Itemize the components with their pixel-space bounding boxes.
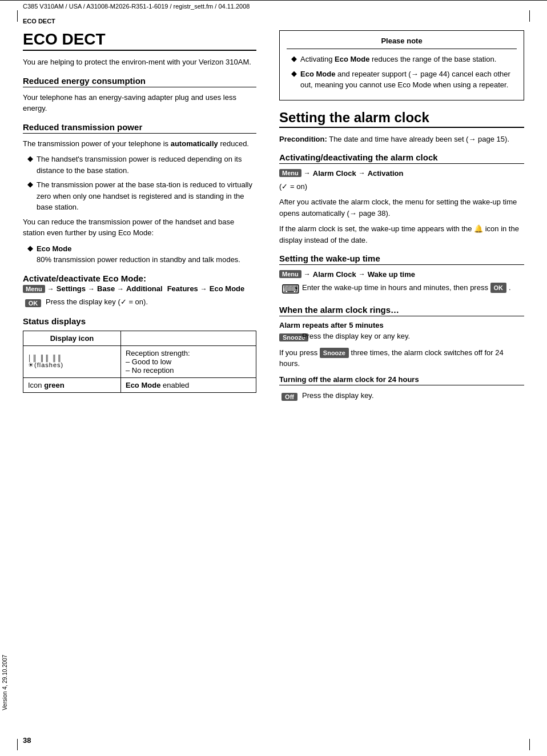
note-text1: Activating Eco Mode reduces the range of… (300, 54, 496, 65)
signal-icons: │║ ║║ ║║ ☀(flashes) (28, 355, 116, 369)
activation-label: Activation (368, 169, 404, 178)
snooze-icon: Snooze (279, 331, 302, 343)
snooze-note: If you press Snooze three times, the ala… (279, 347, 524, 369)
off-instruction-row: Off Press the display key. (279, 390, 524, 402)
section2-intro2: You can reduce the transmission power of… (23, 216, 256, 239)
activation-body1: After you activate the alarm clock, the … (279, 196, 524, 219)
section2-body: The transmission power of your telephone… (23, 138, 256, 150)
eco-mode-desc: 80% transmission power reduction in stan… (37, 255, 240, 264)
wakeup-title: Setting the wake-up time (279, 254, 524, 263)
reception-detail: – Good to low– No reception (126, 357, 174, 375)
heading-rule (23, 50, 256, 51)
check-note: (✓ = on) (279, 181, 524, 192)
bullet2: ◆ The transmission power at the base sta… (23, 179, 256, 213)
activating-title: Activating/deactivating the alarm clock (279, 152, 524, 162)
intro-text: You are helping to protect the environ-m… (23, 57, 256, 68)
turnoff-title: Turning off the alarm clock for 24 hours (279, 375, 524, 384)
note-text2: Eco Mode and repeater support (→ page 44… (300, 69, 517, 91)
content-area: ECO DECT You are helping to protect the … (0, 30, 547, 407)
snooze-instruction-row: Snooze Press the display key or any key. (279, 331, 524, 343)
section1-body: Your telephone has an energy-saving adap… (23, 92, 256, 114)
diamond-icon-3: ◆ (27, 244, 33, 252)
alarm-menu-box: Menu (279, 169, 301, 177)
section-label: ECO DECT (0, 12, 547, 25)
eco-enabled-text: Eco Mode (126, 381, 160, 389)
signal-icons-cell: │║ ║║ ║║ ☀(flashes) (23, 346, 121, 378)
reception-label: Reception strength: (126, 349, 190, 357)
left-column: ECO DECT You are helping to protect the … (23, 30, 274, 407)
wakeup-alarm-label: Alarm Clock (313, 270, 356, 279)
status-title: Status displays (23, 316, 256, 326)
section1-title: Reduced energy consumption (23, 76, 256, 86)
diamond-icon: ◆ (27, 154, 33, 163)
note-diamond2: ◆ (291, 69, 297, 78)
icon-green-label: green (44, 381, 64, 389)
eco-mode-path-label: Eco Mode (210, 284, 244, 293)
wakeup-menu-box: Menu (279, 270, 301, 278)
ok-icon: OK (23, 296, 46, 308)
eco-mode-label: Eco Mode (37, 244, 71, 253)
signal-flash: ☀(flashes) (28, 361, 63, 368)
corner-tr (526, 10, 530, 22)
table-row-2: Icon green Eco Mode enabled (23, 378, 256, 393)
activation-body2: If the alarm clock is set, the wake-up t… (279, 223, 524, 246)
alarm-menu-path: Menu → Alarm Clock → Activation (279, 169, 403, 178)
eco-enabled-cell: Eco Mode enabled (120, 378, 256, 393)
keyboard-icon: ⌨ (279, 282, 302, 297)
bullet1: ◆ The handset's transmission power is re… (23, 154, 256, 176)
section2-title: Reduced transmission power (23, 122, 256, 132)
wakeup-instruction-text: Enter the wake-up time in hours and minu… (302, 282, 524, 293)
wakeup-arrow2: → (359, 270, 365, 278)
settings-label: Settings (57, 284, 86, 293)
main-heading: ECO DECT (23, 30, 256, 49)
top-bar: C385 V310AM / USA / A31008-M2026-R351-1-… (0, 0, 547, 12)
activating-rule (279, 163, 524, 164)
features-label: Features (167, 284, 198, 293)
alarm-rings-title: When the alarm clock rings… (279, 305, 524, 315)
wakeup-arrow1: → (304, 270, 311, 278)
top-meta: C385 V310AM / USA / A31008-M2026-R351-1-… (23, 3, 250, 10)
menu-path-eco: Menu → Settings → Base → Additional Feat… (23, 284, 244, 293)
bullet1-text: The handset's transmission power is redu… (37, 154, 256, 176)
wakeup-rule (279, 264, 524, 265)
table-header-row: Display icon (23, 331, 256, 346)
alarm-heading: Setting the alarm clock (279, 110, 524, 126)
base-label: Base (97, 284, 115, 293)
side-version: Version 4, 29.10.2007 (2, 655, 8, 710)
turnoff-rule (279, 385, 524, 385)
section1-rule (23, 87, 256, 87)
alarm-clock-label: Alarm Clock (313, 169, 356, 178)
wakeup-instruction-row: ⌨ Enter the wake-up time in hours and mi… (279, 282, 524, 297)
signal-icon-1: │║ ║║ ║║ (28, 355, 62, 361)
off-box: Off (281, 393, 297, 401)
note-bullet1: ◆ Activating Eco Mode reduces the range … (287, 54, 517, 65)
corner-br (526, 739, 530, 750)
alarm-rings-rule (279, 316, 524, 316)
icon-green-cell: Icon green (23, 378, 121, 393)
note-bullet2: ◆ Eco Mode and repeater support (→ page … (287, 69, 517, 91)
off-icon: Off (279, 390, 302, 402)
alarm-rule (279, 127, 524, 128)
corner-tl (17, 10, 21, 22)
please-note-title: Please note (287, 37, 517, 49)
eco-mode-text: Eco Mode80% transmission power reduction… (37, 243, 240, 266)
snooze-instruction-text: Press the display key or any key. (302, 331, 524, 342)
snooze-inline: Snooze (320, 348, 349, 359)
alarm-arrow1: → (304, 169, 311, 177)
activate-title: Activate/deactivate Eco Mode: (23, 274, 256, 283)
arrow3: → (117, 285, 124, 293)
off-instruction-text: Press the display key. (302, 390, 524, 401)
diamond-icon-2: ◆ (27, 180, 33, 188)
wakeup-menu-path: Menu → Alarm Clock → Wake up time (279, 270, 415, 279)
arrow4: → (200, 285, 207, 293)
alarm-repeats-title: Alarm repeats after 5 minutes (279, 321, 524, 329)
ok-box: OK (25, 299, 42, 307)
page: C385 V310AM / USA / A31008-M2026-R351-1-… (0, 0, 547, 756)
precondition-text: Precondition: The date and time have alr… (279, 134, 524, 145)
menu-box-eco: Menu (23, 285, 45, 293)
additional-label: Additional (126, 284, 163, 293)
please-note-box: Please note ◆ Activating Eco Mode reduce… (279, 30, 524, 100)
corner-bl (17, 739, 21, 750)
ok-box-wakeup: OK (490, 283, 507, 293)
alarm-arrow2: → (359, 169, 365, 177)
